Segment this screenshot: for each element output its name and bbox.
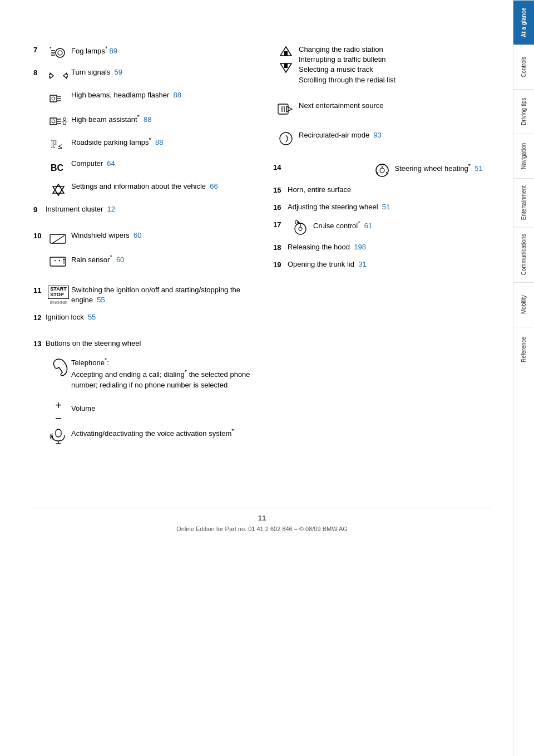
entry-17-cruise-control: 17 Cruise control* 61: [273, 219, 491, 235]
svg-point-49: [383, 164, 384, 165]
entry-voice-activation: Activating/deactivating the voice activa…: [46, 427, 251, 445]
rain-sensor-page[interactable]: 60: [116, 256, 124, 264]
svg-point-48: [380, 164, 381, 165]
settings-vehicle-page[interactable]: 66: [210, 182, 217, 190]
computer-page[interactable]: 64: [107, 159, 115, 168]
high-beam-assistant-icon: [46, 113, 71, 129]
entry-16-adjust-steering: 16 Adjusting the steering wheel 51: [273, 202, 491, 213]
sidebar-tab-mobility[interactable]: Mobility: [513, 282, 534, 327]
entry-9-instrument-cluster: 9 Instrument cluster 12: [33, 204, 251, 215]
next-entertainment-text: Next entertainment source: [299, 101, 491, 111]
high-beam-assistant-text: High-beam assistant* 88: [71, 113, 251, 125]
page-footer: 11 Online Edition for Part no. 01 41 2 6…: [33, 508, 491, 532]
svg-rect-8: [54, 75, 63, 77]
svg-text:BC: BC: [51, 163, 64, 173]
svg-point-28: [63, 259, 65, 261]
instrument-cluster-text: Instrument cluster 12: [46, 204, 251, 214]
adjust-steering-text: Adjusting the steering wheel 51: [288, 202, 491, 212]
instrument-cluster-page[interactable]: 12: [107, 205, 115, 213]
entry-num-18: 18: [273, 242, 288, 253]
ignition-lock-page[interactable]: 55: [88, 313, 96, 321]
entry-8-turn-signals: 8 Turn signals 59: [33, 67, 251, 84]
adjust-steering-page[interactable]: 51: [382, 203, 390, 211]
windshield-wipers-page[interactable]: 60: [134, 231, 141, 239]
svg-point-10: [52, 97, 55, 100]
steering-heating-page[interactable]: 51: [474, 164, 482, 173]
entry-num-empty-4: [33, 159, 46, 159]
entry-15-horn: 15 Horn, entire surface: [273, 185, 491, 195]
entry-next-entertainment: Next entertainment source: [273, 101, 491, 117]
high-beams-page[interactable]: 88: [174, 91, 181, 99]
svg-marker-40: [286, 106, 292, 112]
fog-lamps-text: Fog lamps* 89: [71, 45, 251, 57]
svg-marker-6: [49, 73, 53, 78]
sidebar-tab-navigation[interactable]: Navigation: [513, 134, 534, 178]
entry-num-16: 16: [273, 202, 288, 213]
sidebar-tab-driving-tips[interactable]: Driving tips: [513, 89, 534, 134]
svg-marker-53: [296, 221, 300, 223]
volume-icon: + –: [46, 397, 71, 420]
sidebar-tab-controls[interactable]: Controls: [513, 45, 534, 89]
cruise-control-text: Cruise control* 61: [313, 219, 491, 232]
sidebar-tab-reference[interactable]: Reference: [513, 327, 534, 371]
svg-rect-25: [50, 234, 66, 243]
svg-text:P: P: [51, 139, 57, 150]
settings-vehicle-text: Settings and information about the vehic…: [71, 181, 251, 192]
svg-rect-14: [50, 118, 57, 125]
windshield-wipers-icon: [46, 230, 71, 247]
parking-lamps-page[interactable]: 88: [155, 138, 163, 146]
svg-point-19: [63, 118, 66, 121]
turn-signals-page[interactable]: 59: [115, 68, 122, 76]
trunk-lid-page[interactable]: 31: [358, 260, 366, 268]
sidebar: At a glance Controls Driving tips Naviga…: [513, 0, 534, 756]
entry-18-releasing-hood: 18 Releasing the hood 198: [273, 242, 491, 253]
svg-point-43: [380, 168, 384, 173]
entry-num-8: 8: [33, 67, 46, 78]
svg-point-51: [299, 227, 302, 230]
telephone-text: Telephone*: Accepting and ending a call;…: [71, 356, 251, 390]
recirculated-air-text: Recirculated-air mode 93: [299, 130, 491, 140]
entry-num-13: 13: [33, 338, 46, 349]
svg-text:≤: ≤: [58, 142, 62, 150]
entry-num-10: 10: [33, 230, 46, 241]
entry-10-wipers: 10 Windshield wipers 60: [33, 230, 251, 247]
svg-rect-34: [284, 51, 288, 56]
parking-lamps-text: Roadside parking lamps* 88: [71, 136, 251, 148]
ignition-text: Switching the ignition on/off and starti…: [71, 285, 251, 305]
svg-rect-30: [56, 429, 61, 437]
svg-point-0: [56, 48, 65, 57]
fog-lamps-page[interactable]: 89: [110, 47, 117, 55]
steering-heating-text: Steering wheel heating* 51: [395, 162, 491, 174]
sidebar-tab-at-a-glance[interactable]: At a glance: [513, 0, 534, 45]
svg-text:*: *: [50, 46, 52, 51]
steering-arrows-icon: [273, 45, 299, 73]
radio-controls-text: Changing the radio station Interrupting …: [299, 45, 491, 85]
sidebar-tab-entertainment[interactable]: Entertainment: [513, 178, 534, 227]
cruise-control-page[interactable]: 61: [364, 222, 372, 230]
entry-num-empty-5: [33, 181, 46, 182]
entry-rain-sensor: Rain sensor* 60: [33, 253, 251, 269]
entry-13-steering-buttons: 13 Buttons on the steering wheel: [33, 338, 251, 349]
high-beam-assistant-page[interactable]: 88: [144, 115, 151, 124]
windshield-wipers-text: Windshield wipers 60: [71, 230, 251, 240]
releasing-hood-page[interactable]: 198: [354, 243, 366, 251]
turn-signals-text: Turn signals 59: [71, 67, 251, 77]
entry-num-7: 7: [33, 45, 46, 55]
releasing-hood-text: Releasing the hood 198: [288, 242, 491, 252]
sidebar-tab-communications[interactable]: Communications: [513, 227, 534, 282]
recirculated-air-page[interactable]: 93: [373, 131, 381, 139]
voice-activation-text: Activating/deactivating the voice activa…: [71, 427, 251, 439]
svg-line-26: [52, 235, 65, 243]
entry-high-beams: High beams, headlamp flasher 88: [33, 90, 251, 106]
turn-signals-icon: [46, 67, 71, 84]
svg-rect-9: [50, 95, 57, 102]
entry-12-ignition-lock: 12 Ignition lock 55: [33, 312, 251, 323]
entry-radio-controls: Changing the radio station Interrupting …: [273, 45, 491, 85]
ignition-lock-text: Ignition lock 55: [46, 312, 251, 322]
svg-point-47: [382, 164, 383, 165]
entry-14-steering-heating: 14: [273, 162, 491, 178]
ignition-page[interactable]: 55: [97, 296, 105, 304]
rain-sensor-icon: [46, 253, 71, 269]
footer-text: Online Edition for Part no. 01 41 2 602 …: [33, 526, 491, 532]
entry-num-19: 19: [273, 259, 288, 270]
